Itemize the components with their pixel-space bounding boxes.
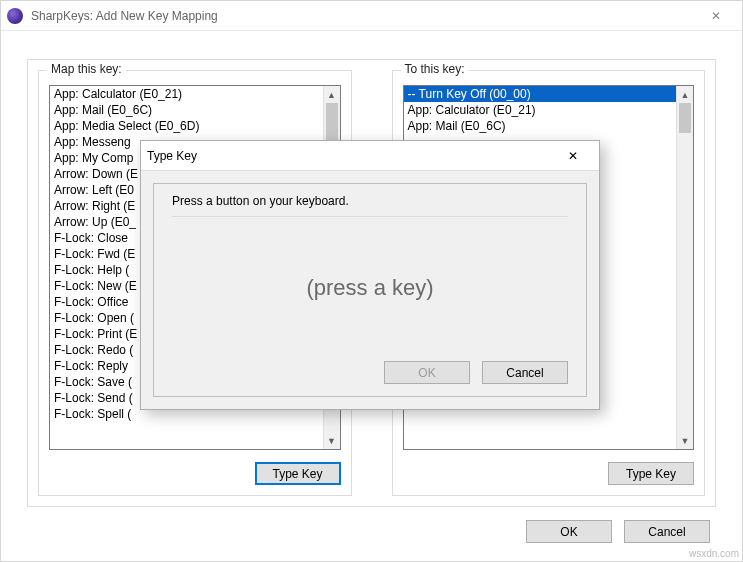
- dialog-body: Press a button on your keyboard. (press …: [153, 183, 587, 397]
- dialog-prompt: Press a button on your keyboard.: [172, 194, 568, 210]
- dialog-ok-button[interactable]: OK: [384, 361, 470, 384]
- watermark: wsxdn.com: [689, 548, 739, 559]
- close-icon[interactable]: ✕: [553, 141, 593, 171]
- type-key-dialog: Type Key ✕ Press a button on your keyboa…: [140, 140, 600, 410]
- modal-backdrop: Type Key ✕ Press a button on your keyboa…: [0, 0, 743, 562]
- dialog-titlebar: Type Key ✕: [141, 141, 599, 171]
- dialog-cancel-button[interactable]: Cancel: [482, 361, 568, 384]
- dialog-title: Type Key: [147, 149, 553, 163]
- press-key-hint: (press a key): [172, 218, 568, 357]
- dialog-button-row: OK Cancel: [172, 357, 568, 386]
